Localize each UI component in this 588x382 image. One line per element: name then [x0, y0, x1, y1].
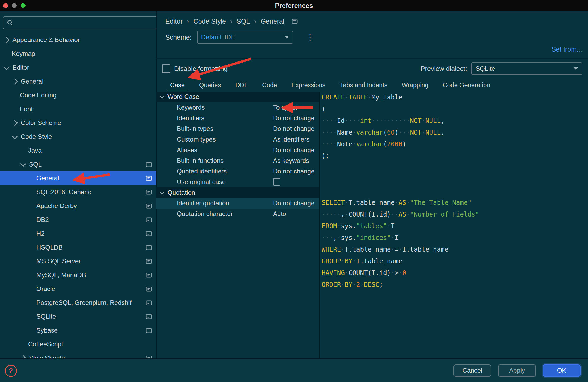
scheme-select[interactable]: Default IDE: [197, 31, 293, 44]
breadcrumb-separator: ›: [230, 18, 232, 25]
tab-tabs-and-indents[interactable]: Tabs and Indents: [333, 78, 394, 92]
setting-value-quotation-character[interactable]: Auto: [273, 210, 319, 218]
sidebar-item-code-editing[interactable]: Code Editing: [0, 88, 156, 102]
search-field[interactable]: [3, 16, 157, 29]
setting-row-quoted-identifiers[interactable]: Quoted identifiersDo not change: [156, 166, 319, 177]
code-line: WHERE·T.table_name·=·I.table_name: [322, 244, 588, 255]
sidebar-item-label: Keymap: [12, 50, 35, 57]
setting-value-custom-types[interactable]: As identifiers: [273, 136, 319, 143]
setting-value-aliases[interactable]: Do not change: [273, 146, 319, 154]
setting-row-built-in-functions[interactable]: Built-in functionsAs keywords: [156, 155, 319, 166]
scheme-value: Default: [201, 34, 221, 41]
sidebar-item-label: Sybase: [36, 327, 58, 334]
sidebar-item-ms-sql-server[interactable]: MS SQL Server: [0, 254, 156, 268]
sidebar-item-hsqldb[interactable]: HSQLDB: [0, 240, 156, 254]
settings-group-word-case[interactable]: Word Case: [156, 92, 319, 102]
breadcrumb: Editor›Code Style›SQL›General: [165, 18, 298, 25]
setting-value-identifier-quotation[interactable]: Do not change: [273, 200, 319, 207]
setting-row-keywords[interactable]: KeywordsTo upper: [156, 102, 319, 113]
settings-screen-icon: [143, 176, 152, 181]
dialog-footer: ? Cancel Apply OK: [0, 358, 588, 382]
preview-dialect-select[interactable]: SQLite: [471, 62, 582, 75]
setting-value-quoted-identifiers[interactable]: Do not change: [273, 168, 319, 175]
settings-group-quotation[interactable]: Quotation: [156, 187, 319, 198]
settings-panel: Word CaseKeywordsTo upperIdentifiersDo n…: [156, 92, 320, 358]
disable-formatting-checkbox[interactable]: Disable formatting: [162, 62, 228, 76]
setting-row-identifier-quotation[interactable]: Identifier quotationDo not change: [156, 198, 319, 209]
setting-value-identifiers[interactable]: Do not change: [273, 114, 319, 122]
setting-row-built-in-types[interactable]: Built-in typesDo not change: [156, 123, 319, 134]
sidebar-item-editor[interactable]: Editor: [0, 61, 156, 74]
code-line: ORDER·BY·2·DESC;: [322, 279, 588, 290]
breadcrumb-separator: ›: [254, 18, 256, 25]
preview-dialect-label: Preview dialect:: [421, 65, 467, 73]
code-line: CREATE·TABLE·My_Table: [322, 92, 588, 103]
sidebar-item-label: General: [36, 175, 59, 182]
checkbox-icon[interactable]: [162, 64, 170, 73]
sidebar-item-postgresql-greenplum-redshif[interactable]: PostgreSQL, Greenplum, Redshif: [0, 296, 156, 310]
tab-code-generation[interactable]: Code Generation: [436, 78, 498, 92]
cancel-button[interactable]: Cancel: [453, 364, 491, 377]
setting-label: Identifier quotation: [156, 200, 273, 207]
chevron-down-icon: [159, 189, 164, 194]
sidebar-item-coffeescript[interactable]: CoffeeScript: [0, 337, 156, 351]
settings-screen-icon: [143, 245, 152, 250]
checkbox-icon[interactable]: [273, 178, 280, 186]
settings-screen-icon: [143, 162, 152, 167]
apply-button[interactable]: Apply: [498, 364, 536, 377]
sidebar-item-label: SQLite: [36, 313, 56, 320]
sidebar-item-db2[interactable]: DB2: [0, 213, 156, 227]
sidebar-item-font[interactable]: Font: [0, 102, 156, 116]
sidebar-item-color-scheme[interactable]: Color Scheme: [0, 116, 156, 130]
ok-button[interactable]: OK: [543, 364, 581, 377]
sidebar-item-label: PostgreSQL, Greenplum, Redshif: [36, 299, 132, 306]
setting-row-aliases[interactable]: AliasesDo not change: [156, 145, 319, 155]
sidebar-item-keymap[interactable]: Keymap: [0, 47, 156, 61]
settings-screen-icon: [143, 231, 152, 236]
setting-row-use-original-case[interactable]: Use original case: [156, 177, 319, 187]
case-settings-split: Word CaseKeywordsTo upperIdentifiersDo n…: [156, 92, 588, 358]
scheme-actions-icon[interactable]: ⋮: [306, 33, 314, 41]
breadcrumb-separator: ›: [187, 18, 189, 25]
setting-value-built-in-functions[interactable]: As keywords: [273, 157, 319, 164]
sidebar-item-style-sheets[interactable]: Style Sheets: [0, 351, 156, 358]
setting-value-built-in-types[interactable]: Do not change: [273, 125, 319, 132]
set-from-link[interactable]: Set from...: [552, 45, 582, 53]
settings-screen-icon: [143, 273, 152, 278]
setting-value-use-original-case[interactable]: [273, 178, 319, 186]
setting-value-keywords[interactable]: To upper: [273, 104, 319, 111]
sidebar-item-java[interactable]: Java: [0, 144, 156, 157]
sidebar-item-h2[interactable]: H2: [0, 227, 156, 240]
setting-row-quotation-character[interactable]: Quotation characterAuto: [156, 209, 319, 219]
breadcrumb-item-code-style[interactable]: Code Style: [194, 18, 226, 25]
sidebar-item-general[interactable]: General: [0, 74, 156, 88]
sidebar-item-code-style[interactable]: Code Style: [0, 130, 156, 144]
sidebar-item-sql-2016-generic[interactable]: SQL:2016, Generic: [0, 185, 156, 199]
sidebar-item-mysql-mariadb[interactable]: MySQL, MariaDB: [0, 268, 156, 282]
breadcrumb-item-editor[interactable]: Editor: [165, 18, 183, 25]
setting-row-identifiers[interactable]: IdentifiersDo not change: [156, 113, 319, 123]
setting-label: Quotation character: [156, 210, 273, 218]
setting-row-custom-types[interactable]: Custom typesAs identifiers: [156, 134, 319, 145]
sidebar-item-sql[interactable]: SQL: [0, 157, 156, 171]
sidebar-item-general[interactable]: General: [0, 171, 156, 185]
tab-queries[interactable]: Queries: [192, 78, 228, 92]
sidebar-item-sqlite[interactable]: SQLite: [0, 310, 156, 323]
code-line: (: [322, 103, 588, 115]
breadcrumb-item-sql[interactable]: SQL: [237, 18, 250, 25]
sidebar-item-oracle[interactable]: Oracle: [0, 282, 156, 296]
tab-wrapping[interactable]: Wrapping: [394, 78, 435, 92]
help-button[interactable]: ?: [5, 365, 17, 377]
search-input[interactable]: [16, 19, 154, 27]
setting-label: Identifiers: [156, 114, 273, 122]
tab-case[interactable]: Case: [163, 78, 192, 92]
sidebar-item-appearance-behavior[interactable]: Appearance & Behavior: [0, 33, 156, 47]
setting-label: Built-in functions: [156, 157, 273, 164]
code-line: [322, 162, 588, 173]
tab-ddl[interactable]: DDL: [228, 78, 255, 92]
breadcrumb-item-general[interactable]: General: [261, 18, 284, 25]
sidebar-item-sybase[interactable]: Sybase: [0, 323, 156, 337]
sidebar-item-apache-derby[interactable]: Apache Derby: [0, 199, 156, 213]
tab-code[interactable]: Code: [255, 78, 284, 92]
tab-expressions[interactable]: Expressions: [284, 78, 333, 92]
